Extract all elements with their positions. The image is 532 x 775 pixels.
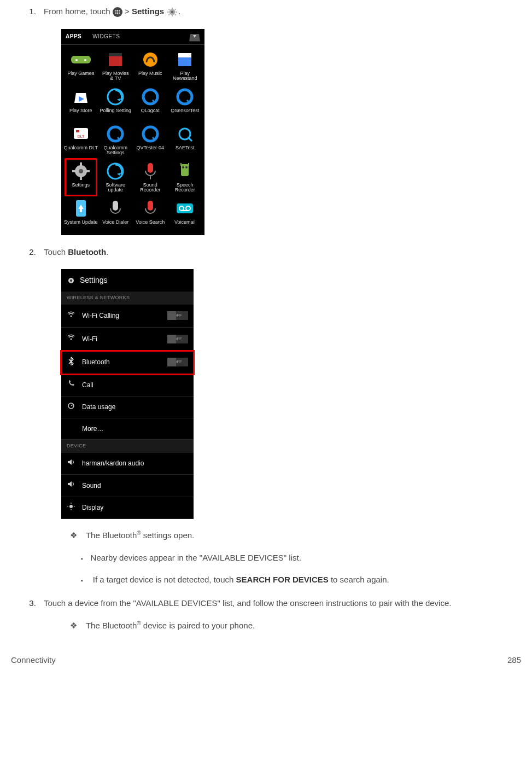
app-qvtester-04[interactable]: QVTester-04 <box>133 124 168 156</box>
apps-tab-bar: APPS WIDGETS <box>61 29 204 45</box>
setting-sound[interactable]: Sound <box>61 475 194 497</box>
svg-rect-8 <box>175 8 177 10</box>
app-settings[interactable]: Settings <box>65 158 97 196</box>
setting-wi-fi[interactable]: Wi-FiOFF <box>61 328 194 351</box>
app-play-games[interactable]: Play Games <box>63 49 98 82</box>
toggle-off[interactable]: OFF <box>167 358 188 366</box>
svg-rect-6 <box>168 8 170 10</box>
app-voice-search[interactable]: Voice Search <box>133 198 168 231</box>
svg-point-17 <box>108 89 123 104</box>
step1-prefix: From home, touch <box>44 7 113 16</box>
svg-rect-45 <box>180 163 182 166</box>
bullet-bt-open: The Bluetooth® settings open. <box>70 529 521 542</box>
svg-rect-36 <box>72 170 75 172</box>
step1-gt: > <box>122 7 132 16</box>
step2-bold: Bluetooth <box>68 247 106 257</box>
step1-settings-word: Settings <box>132 7 164 16</box>
setting-bluetooth[interactable]: BluetoothOFF <box>61 351 194 375</box>
app-sound-recorder[interactable]: Sound Recorder <box>133 161 168 194</box>
step2-suffix: . <box>106 247 108 257</box>
section-wireless: WIRELESS & NETWORKS <box>61 292 194 305</box>
svg-rect-9 <box>168 14 170 15</box>
svg-point-33 <box>79 169 83 173</box>
setting-more-[interactable]: More… <box>61 418 194 440</box>
phone-settings-screenshot: Settings WIRELESS & NETWORKS Wi-Fi Calli… <box>61 269 194 519</box>
svg-point-10 <box>75 59 78 61</box>
app-play-store[interactable]: Play Store <box>63 86 98 119</box>
svg-point-11 <box>84 59 86 61</box>
row-icon <box>67 357 75 369</box>
row-icon <box>67 503 75 514</box>
svg-point-1 <box>171 11 174 14</box>
page-footer: Connectivity 285 <box>11 654 521 667</box>
step1-suffix: . <box>178 7 180 16</box>
step-2: Touch Bluetooth. Settings WIRELESS & NET… <box>38 246 521 586</box>
toggle-off[interactable]: OFF <box>167 311 188 320</box>
svg-line-61 <box>71 405 73 406</box>
svg-rect-15 <box>178 53 191 57</box>
apps-icon <box>113 7 122 17</box>
setting-harman-kardon-audio[interactable]: harman/kardon audio <box>61 453 194 475</box>
svg-point-57 <box>70 279 72 282</box>
tab-widgets[interactable]: WIDGETS <box>92 32 120 40</box>
svg-marker-63 <box>68 481 72 487</box>
svg-rect-5 <box>176 11 178 13</box>
row-icon <box>67 458 75 469</box>
step2-prefix: Touch <box>44 247 68 257</box>
app-play-movies-tv[interactable]: Play Movies& TV <box>98 49 133 82</box>
svg-rect-7 <box>175 14 177 15</box>
app-play-music[interactable]: Play Music <box>133 49 168 82</box>
app-system-update[interactable]: System Update <box>63 198 98 231</box>
svg-point-59 <box>71 339 72 340</box>
app-qlogcat[interactable]: QLogcat <box>133 86 168 119</box>
settings-header: Settings <box>61 269 194 292</box>
row-icon <box>67 380 75 391</box>
svg-text:DLT: DLT <box>77 135 84 138</box>
tab-apps[interactable]: APPS <box>66 32 81 40</box>
app-qualcomm-settings[interactable]: Qualcomm Settings <box>98 124 133 156</box>
app-qualcomm-dlt[interactable]: DLTQualcomm DLT <box>63 124 98 156</box>
svg-point-44 <box>185 166 188 168</box>
svg-rect-3 <box>172 15 173 16</box>
toggle-off[interactable]: OFF <box>167 335 188 343</box>
app-play-newsstand[interactable]: Play Newsstand <box>168 49 203 82</box>
setting-wi-fi-calling[interactable]: Wi-Fi CallingOFF <box>61 305 194 328</box>
svg-rect-49 <box>80 209 82 212</box>
footer-section: Connectivity <box>11 654 56 667</box>
row-icon <box>67 402 75 413</box>
phone-apps-screenshot: APPS WIDGETS Play GamesPlay Movies& TVPl… <box>61 29 204 235</box>
svg-rect-37 <box>86 170 90 172</box>
row-icon <box>67 310 75 322</box>
svg-marker-18 <box>117 98 120 101</box>
app-qsensortest[interactable]: QSensorTest <box>168 86 203 119</box>
row-icon <box>67 333 75 345</box>
settings-gear-icon <box>166 7 178 17</box>
svg-rect-34 <box>80 162 82 166</box>
bullet-paired: The Bluetooth® device is paired to your … <box>70 619 521 632</box>
svg-rect-51 <box>148 201 153 211</box>
svg-rect-13 <box>109 53 122 56</box>
svg-line-31 <box>189 138 192 141</box>
shop-icon[interactable] <box>189 32 200 42</box>
svg-rect-42 <box>181 164 189 176</box>
setting-data-usage[interactable]: Data usage <box>61 397 194 419</box>
setting-call[interactable]: Call <box>61 374 194 397</box>
app-voice-dialer[interactable]: Voice Dialer <box>98 198 133 231</box>
svg-marker-62 <box>68 459 72 465</box>
bullet-nearby: Nearby devices appear in the "AVAILABLE … <box>81 552 521 564</box>
app-polling-setting[interactable]: Polling Setting <box>98 86 133 119</box>
app-saetest[interactable]: SAETest <box>168 124 203 156</box>
app-software-update[interactable]: Software update <box>98 161 133 194</box>
section-device: DEVICE <box>61 440 194 453</box>
app-voicemail[interactable]: Voicemail <box>168 198 203 231</box>
step-3: Touch a device from the "AVAILABLE DEVIC… <box>38 597 521 632</box>
step-1: From home, touch > Settings . APPS WIDGE… <box>38 5 521 235</box>
svg-marker-39 <box>117 173 120 176</box>
svg-point-38 <box>108 164 123 179</box>
setting-display[interactable]: Display <box>61 497 194 520</box>
svg-point-64 <box>69 505 73 508</box>
bullet-search: If a target device is not detected, touc… <box>81 574 521 586</box>
app-speech-recorder[interactable]: Speech Recorder <box>168 161 203 194</box>
svg-rect-40 <box>148 163 153 173</box>
svg-rect-24 <box>76 130 79 132</box>
